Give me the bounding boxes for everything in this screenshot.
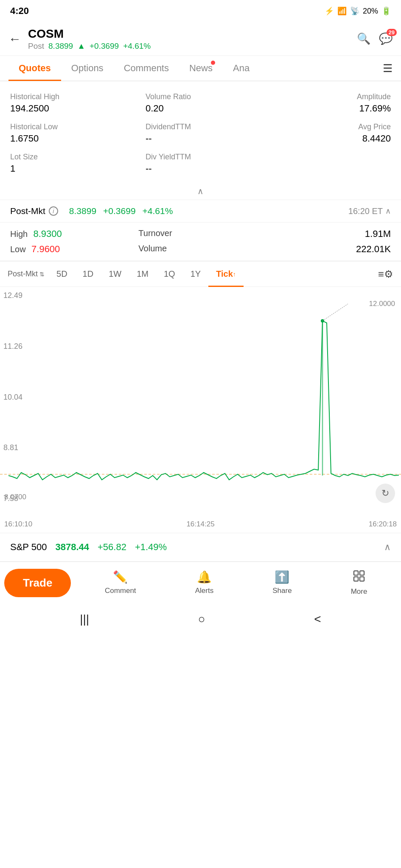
- sys-nav-home[interactable]: ○: [198, 612, 205, 626]
- nav-alerts-label: Alerts: [195, 587, 213, 595]
- tab-options[interactable]: Options: [61, 56, 114, 81]
- nav-items: ✏️ Comment 🔔 Alerts ⬆️ Share More: [75, 570, 397, 596]
- status-time: 4:20: [10, 6, 29, 17]
- info-icon[interactable]: i: [49, 206, 58, 216]
- post-mkt-label: Post-Mkt i: [10, 206, 58, 216]
- tab-quotes[interactable]: Quotes: [8, 56, 61, 81]
- post-mkt-time: 16:20 ET ∧: [348, 206, 391, 216]
- collapse-arrow[interactable]: ∧: [10, 183, 391, 200]
- stat-amplitude: Amplitude 17.69%: [264, 88, 391, 118]
- svg-rect-6: [354, 577, 358, 581]
- nav-share[interactable]: ⬆️ Share: [272, 570, 292, 596]
- refresh-icon: ↻: [381, 488, 389, 499]
- nav-more-label: More: [351, 587, 367, 596]
- stat-avg-price: Avg Price 8.4420: [264, 118, 391, 148]
- quotes-section: Historical High 194.2500 Volume Ratio 0.…: [0, 81, 401, 200]
- tab-menu-button[interactable]: ☰: [383, 62, 393, 75]
- post-market-row: Post-Mkt i 8.3899 +0.3699 +4.61% 16:20 E…: [0, 200, 401, 223]
- x-label-0: 16:10:10: [4, 520, 32, 529]
- volume-value-cell: 222.01K: [267, 244, 391, 255]
- header: ← COSM Post 8.3899 ▲ +0.3699 +4.61% 🔍 💬 …: [0, 22, 401, 56]
- wifi-icon: 📶: [337, 6, 347, 16]
- high-cell: High 8.9300: [10, 228, 134, 239]
- chart-tab-5d[interactable]: 5D: [49, 262, 75, 287]
- nav-share-label: Share: [272, 587, 292, 595]
- header-actions: 🔍 💬 29: [357, 32, 393, 45]
- x-label-2: 16:20:18: [369, 520, 397, 529]
- stat-div-yield: Div YieldTTM --: [137, 148, 264, 178]
- sys-nav-back[interactable]: <: [314, 612, 321, 626]
- post-label: Post: [28, 42, 44, 51]
- chart-svg: [0, 287, 401, 507]
- tab-bar: Quotes Options Comments News Ana ☰: [0, 56, 401, 81]
- stat-volume-ratio: Volume Ratio 0.20: [137, 88, 264, 118]
- volume-cell: Volume: [138, 244, 262, 255]
- nav-more[interactable]: More: [351, 570, 367, 596]
- stat-placeholder: [264, 148, 391, 178]
- stat-dividend: DividendTTM --: [137, 118, 264, 148]
- svg-line-3: [322, 304, 348, 321]
- bt-icon: ⚡: [325, 6, 334, 16]
- chart-time-tabs: Post-Mkt ⇅ 5D 1D 1W 1M 1Q 1Y Tick ↑ ≡⚙: [0, 262, 401, 287]
- ticker-info: COSM Post 8.3899 ▲ +0.3699 +4.61%: [28, 27, 357, 51]
- tab-news[interactable]: News: [179, 56, 223, 81]
- battery-pct: 20%: [363, 7, 378, 16]
- post-mkt-change-pct: +4.61%: [143, 206, 173, 216]
- stat-lot-size: Lot Size 1: [10, 148, 137, 178]
- system-nav-bar: ||| ○ <: [0, 604, 401, 634]
- sp500-change-abs: +56.82: [98, 542, 126, 553]
- sp500-chevron-icon[interactable]: ∧: [384, 542, 391, 553]
- share-icon: ⬆️: [275, 570, 289, 584]
- ticker-symbol: COSM: [28, 27, 357, 41]
- chart-svg-container: [0, 287, 401, 507]
- low-cell: Low 7.9600: [10, 244, 134, 255]
- news-notification-dot: [211, 61, 215, 65]
- svg-rect-4: [354, 571, 358, 575]
- more-grid-icon: [353, 570, 365, 585]
- nav-alerts[interactable]: 🔔 Alerts: [195, 570, 213, 596]
- trade-button[interactable]: Trade: [4, 569, 71, 597]
- search-button[interactable]: 🔍: [357, 32, 370, 45]
- chart-tab-1d[interactable]: 1D: [75, 262, 101, 287]
- chart-tab-1m[interactable]: 1M: [129, 262, 156, 287]
- sp500-price: 3878.44: [55, 542, 89, 553]
- chart-tab-1q[interactable]: 1Q: [156, 262, 183, 287]
- header-arrow: ▲: [77, 42, 85, 51]
- svg-rect-5: [360, 571, 364, 575]
- turnover-value-cell: 1.91M: [267, 228, 391, 239]
- status-bar: 4:20 ⚡ 📶 📡 20% 🔋: [0, 0, 401, 22]
- sys-nav-recent[interactable]: |||: [80, 612, 89, 626]
- header-change-pct: +4.61%: [123, 42, 151, 51]
- nav-comment-label: Comment: [105, 587, 136, 595]
- comment-icon: ✏️: [113, 570, 128, 584]
- header-price: 8.3899: [48, 42, 73, 51]
- header-change-abs: +0.3699: [90, 42, 119, 51]
- post-mkt-change-abs: +0.3699: [103, 206, 136, 216]
- stat-historical-low: Historical Low 1.6750: [10, 118, 137, 148]
- sp500-change-pct: +1.49%: [135, 542, 167, 553]
- chart-refresh-button[interactable]: ↻: [376, 484, 395, 503]
- chart-tab-postmkt[interactable]: Post-Mkt ⇅: [3, 262, 49, 287]
- x-label-1: 16:14:25: [186, 520, 214, 529]
- chart-settings-button[interactable]: ≡⚙: [374, 268, 398, 280]
- high-low-grid: High 8.9300 Turnover 1.91M Low 7.9600 Vo…: [0, 223, 401, 262]
- bottom-nav: Trade ✏️ Comment 🔔 Alerts ⬆️ Share More: [0, 562, 401, 604]
- chart-area: 12.49 11.26 10.04 8.81 7.58 12.0000 8.07…: [0, 287, 401, 533]
- nav-comment[interactable]: ✏️ Comment: [105, 570, 136, 596]
- back-button[interactable]: ←: [8, 32, 21, 46]
- ticker-price-line: Post 8.3899 ▲ +0.3699 +4.61%: [28, 42, 357, 51]
- tab-comments[interactable]: Comments: [114, 56, 179, 81]
- tab-ana[interactable]: Ana: [223, 56, 260, 81]
- stat-historical-high: Historical High 194.2500: [10, 88, 137, 118]
- messages-button[interactable]: 💬 29: [379, 32, 393, 45]
- tick-sort-icon: ↑: [233, 271, 236, 278]
- chart-x-labels: 16:10:10 16:14:25 16:20:18: [0, 520, 401, 529]
- chart-tab-1y[interactable]: 1Y: [183, 262, 208, 287]
- sort-icon: ⇅: [39, 271, 45, 278]
- status-icons: ⚡ 📶 📡 20% 🔋: [325, 6, 391, 16]
- chart-tab-tick[interactable]: Tick ↑: [208, 262, 244, 287]
- turnover-cell: Turnover: [138, 228, 262, 239]
- chart-tab-1w[interactable]: 1W: [101, 262, 129, 287]
- chevron-up-icon[interactable]: ∧: [385, 206, 391, 216]
- alerts-icon: 🔔: [197, 570, 212, 584]
